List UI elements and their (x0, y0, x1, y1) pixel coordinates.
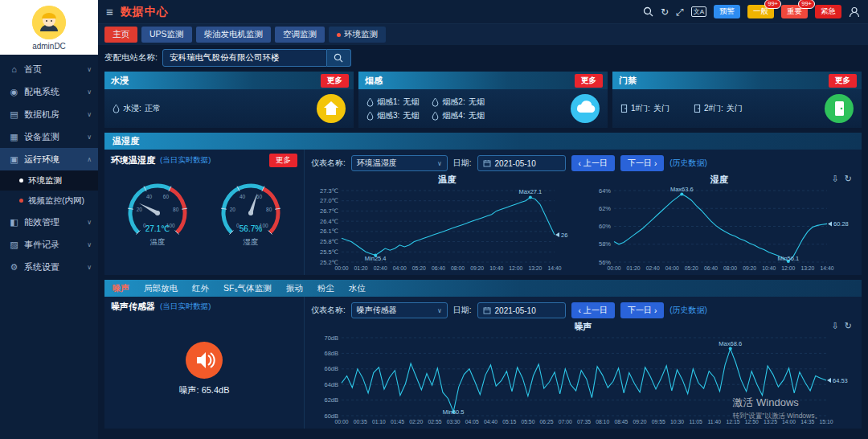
sidebar-item-power-system[interactable]: ◉ 配电系统 ∨ (0, 80, 98, 103)
tab-hvac-monitor[interactable]: 空调监测 (275, 27, 325, 43)
history-data-link[interactable]: (历史数据) (669, 158, 707, 169)
sidebar-subitem-env-monitor[interactable]: 环境监测 (0, 170, 98, 191)
droplet-icon (113, 104, 120, 113)
next-day-label: 下一日 (628, 158, 652, 169)
tab-dust[interactable]: 粉尘 (317, 283, 334, 294)
sidebar-item-settings[interactable]: ⚙ 系统设置 ∨ (0, 256, 98, 278)
tab-partial-discharge[interactable]: 局部放电 (144, 283, 178, 294)
temperature-gauge: 020406080100 27.1℃ 温度 (113, 174, 203, 265)
next-day-button[interactable]: 下一日 › (620, 302, 664, 318)
alarm-label: 预警 (719, 6, 735, 15)
tab-water-level[interactable]: 水位 (349, 283, 366, 294)
door-label: 1#门: (631, 103, 650, 114)
door-label: 2#门: (704, 103, 723, 114)
date-input[interactable]: 2021-05-10 (477, 302, 566, 318)
tab-vibration[interactable]: 振动 (286, 283, 303, 294)
more-button[interactable]: 更多 (321, 74, 349, 88)
download-icon[interactable]: ⇩ (832, 174, 839, 184)
door-big-icon (825, 94, 854, 123)
alarm-button-major[interactable]: 重要 99+ (781, 5, 808, 18)
chevron-down-icon: ∨ (87, 66, 92, 73)
date-input[interactable]: 2021-05-10 (477, 155, 566, 171)
refresh-icon[interactable]: ↻ (845, 321, 852, 331)
svg-text:40: 40 (240, 193, 246, 199)
door-items: 1#门:关门 2#门:关门 (620, 103, 743, 114)
temp-humidity-charts-pane: 仪表名称: 环境温湿度 ∨ 日期: 2021-05-10 ‹ (304, 150, 862, 275)
next-day-button[interactable]: 下一日 › (620, 155, 664, 171)
sidebar-item-label: 数据机房 (24, 109, 59, 121)
smoke-grid: 烟感1:无烟 烟感2:无烟 烟感3:无烟 烟感4:无烟 (366, 96, 485, 121)
svg-text:04:05: 04:05 (465, 419, 479, 425)
chevron-down-icon: ∨ (87, 88, 92, 96)
refresh-icon[interactable]: ↻ (661, 6, 669, 18)
noise-chart-title: 噪声 (311, 321, 855, 333)
svg-text:Max27.1: Max27.1 (518, 188, 542, 195)
sidebar-item-label: 系统设置 (24, 261, 59, 273)
tab-infrared[interactable]: 红外 (192, 283, 209, 294)
prev-day-button[interactable]: ‹ 上一日 (571, 302, 615, 318)
noise-chart: 70dB68dB66dB64dB62dB60dB00:0000:3501:100… (311, 333, 855, 425)
svg-text:01:45: 01:45 (391, 419, 404, 425)
content: 变配电站名称: 水浸 更多 水浸: (98, 45, 868, 439)
alarm-button-forewarn[interactable]: 预警 (714, 5, 740, 18)
sidebar-item-energy[interactable]: ◧ 能效管理 ∨ (0, 211, 98, 233)
user-icon[interactable] (849, 6, 860, 18)
active-dot-icon (337, 33, 341, 37)
sidebar-item-data-room[interactable]: ▤ 数据机房 ∨ (0, 103, 98, 125)
fullscreen-icon[interactable]: ⤢ (676, 6, 684, 18)
tab-ups-monitor[interactable]: UPS监测 (141, 27, 192, 43)
gauge-pane-header: 环境温湿度 (当日实时数据) 更多 (111, 154, 297, 167)
more-button[interactable]: 更多 (575, 74, 603, 88)
svg-text:14:35: 14:35 (800, 419, 814, 425)
section-title: 温湿度 (113, 135, 139, 147)
tab-label: 环境监测 (344, 29, 378, 40)
sidebar-subitem-video-monitor[interactable]: 视频监控(内网) (0, 191, 98, 211)
realtime-link[interactable]: (当日实时数据) (160, 155, 211, 166)
meter-select[interactable]: 噪声传感器 ∨ (351, 302, 448, 318)
noise-pane-title: 噪声传感器 (111, 301, 155, 313)
noise-reading: 噪声: 65.4dB (179, 384, 230, 396)
station-name-input[interactable] (162, 49, 327, 67)
download-icon[interactable]: ⇩ (832, 321, 839, 331)
tab-env-monitor[interactable]: 环境监测 (329, 27, 386, 43)
realtime-link[interactable]: (当日实时数据) (160, 302, 211, 312)
more-button[interactable]: 更多 (269, 154, 297, 167)
sidebar-item-home[interactable]: ⌂ 首页 ∨ (0, 58, 98, 80)
door-item: 2#门:关门 (694, 103, 743, 114)
smoke-label: 烟感4: (442, 110, 465, 121)
refresh-icon[interactable]: ↻ (845, 174, 852, 184)
svg-text:02:40: 02:40 (645, 265, 659, 271)
prev-arrow-icon: ‹ (579, 306, 581, 315)
smoke-label: 烟感1: (377, 96, 399, 108)
humidity-gauge: 020406080100 56.7% 湿度 (206, 174, 296, 265)
svg-text:14:40: 14:40 (820, 265, 833, 271)
tab-sf6-gas[interactable]: SF₆气体监测 (223, 283, 272, 294)
sidebar-item-environment[interactable]: ▣ 运行环境 ∧ (0, 148, 98, 170)
search-button[interactable] (327, 49, 351, 67)
temp-humidity-body: 环境温湿度 (当日实时数据) 更多 020406080100 27.1℃ 温度 (104, 150, 862, 275)
svg-text:Min60.5: Min60.5 (443, 408, 465, 416)
tab-home[interactable]: 主页 (104, 27, 137, 43)
tab-noise[interactable]: 噪声 (113, 283, 129, 294)
alarm-button-urgent[interactable]: 紧急 (815, 5, 841, 18)
search-icon[interactable] (643, 6, 653, 17)
hamburger-icon[interactable]: ≡ (106, 5, 113, 18)
svg-text:08:00: 08:00 (451, 265, 465, 271)
water-panel: 水浸 更多 水浸: 正常 (104, 72, 354, 128)
sidebar-item-device-monitor[interactable]: ▦ 设备监测 ∨ (0, 125, 98, 148)
alarm-button-normal[interactable]: 一般 99+ (747, 5, 774, 18)
svg-text:12:15: 12:15 (727, 419, 740, 425)
prev-day-button[interactable]: ‹ 上一日 (571, 155, 615, 171)
temperature-chart-title: 温度 (311, 174, 583, 186)
tab-diesel-monitor[interactable]: 柴油发电机监测 (196, 27, 272, 43)
chevron-down-icon: ∨ (87, 133, 92, 141)
sidebar-item-label: 设备监测 (24, 131, 59, 143)
more-button[interactable]: 更多 (829, 74, 857, 88)
translate-icon[interactable]: 文A (691, 6, 706, 17)
sidebar-item-events[interactable]: ▨ 事件记录 ∨ (0, 233, 98, 256)
svg-text:06:40: 06:40 (432, 265, 445, 271)
meter-select[interactable]: 环境温湿度 ∨ (351, 155, 448, 171)
svg-text:60: 60 (163, 193, 170, 199)
smoke-item: 烟感3:无烟 (366, 110, 419, 121)
history-data-link[interactable]: (历史数据) (669, 305, 707, 316)
